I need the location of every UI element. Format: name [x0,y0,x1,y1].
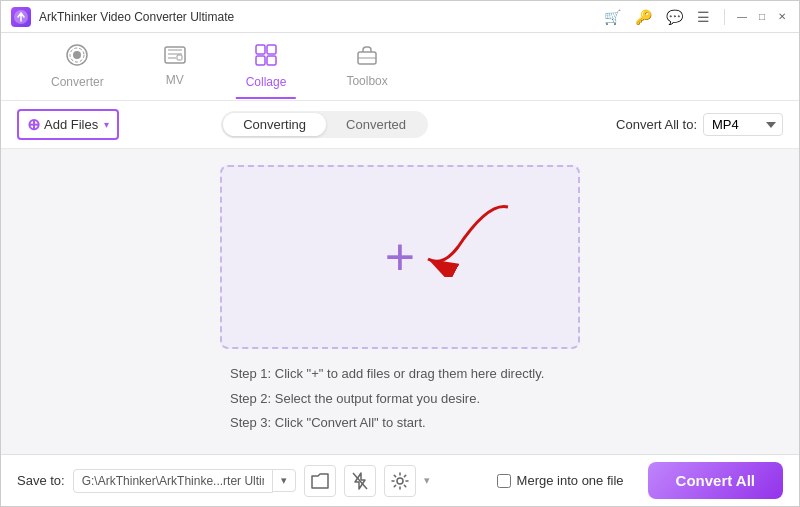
settings-icon-button[interactable] [384,465,416,497]
status-tab-converted[interactable]: Converted [326,113,426,136]
merge-label: Merge into one file [517,473,624,488]
status-tab-converting[interactable]: Converting [223,113,326,136]
toolbar: ⊕ Add Files ▾ Converting Converted Conve… [1,101,799,149]
add-files-label: Add Files [44,117,98,132]
convert-all-button[interactable]: Convert All [648,462,783,499]
svg-rect-9 [267,56,276,65]
folder-icon-button[interactable] [304,465,336,497]
chat-icon[interactable]: 💬 [662,7,687,27]
path-dropdown-button[interactable]: ▾ [272,469,296,492]
svg-point-14 [397,478,403,484]
mv-label: MV [166,73,184,87]
convert-all-to: Convert All to: MP4 MKV AVI MOV WMV [616,113,783,136]
step-1: Step 1: Click "+" to add files or drag t… [230,365,570,383]
svg-point-2 [73,51,81,59]
tab-converter[interactable]: Converter [21,34,134,99]
nav-tabs: Converter MV Collage [1,33,799,101]
mv-icon [164,46,186,69]
close-button[interactable]: ✕ [775,10,789,24]
converter-icon [66,44,88,71]
save-to-label: Save to: [17,473,65,488]
maximize-button[interactable]: □ [755,10,769,24]
converter-label: Converter [51,75,104,89]
add-files-button[interactable]: ⊕ Add Files ▾ [17,109,119,140]
path-group: ▾ [73,469,296,493]
step-2: Step 2: Select the output format you des… [230,390,570,408]
svg-rect-8 [256,56,265,65]
settings-dropdown-icon[interactable]: ▾ [424,474,430,487]
drop-zone[interactable]: + [220,165,580,349]
steps-container: Step 1: Click "+" to add files or drag t… [220,365,580,438]
cart-icon[interactable]: 🛒 [600,7,625,27]
convert-all-to-label: Convert All to: [616,117,697,132]
collage-icon [255,44,277,71]
svg-rect-7 [267,45,276,54]
status-tabs: Converting Converted [221,111,428,138]
titlebar-left: ArkThinker Video Converter Ultimate [11,7,234,27]
flash-off-icon-button[interactable] [344,465,376,497]
add-plus-icon: ⊕ [27,115,40,134]
add-files-dropdown-icon[interactable]: ▾ [104,119,109,130]
key-icon[interactable]: 🔑 [631,7,656,27]
merge-checkbox-input[interactable] [497,474,511,488]
separator [724,9,725,25]
titlebar: ArkThinker Video Converter Ultimate 🛒 🔑 … [1,1,799,33]
merge-checkbox: Merge into one file [497,473,624,488]
toolbox-label: Toolbox [346,74,387,88]
step-3: Step 3: Click "Convert All" to start. [230,414,570,432]
collage-label: Collage [246,75,287,89]
titlebar-controls: 🛒 🔑 💬 ☰ — □ ✕ [600,7,789,27]
arrow-container [408,197,518,281]
bottom-bar: Save to: ▾ ▾ Merge into one file Convert… [1,454,799,506]
svg-rect-5 [177,55,182,60]
tab-mv[interactable]: MV [134,36,216,97]
main-content: + Step 1: Click "+" to add files or drag… [1,149,799,454]
toolbox-icon [356,45,378,70]
save-path-input[interactable] [73,469,273,493]
app-title: ArkThinker Video Converter Ultimate [39,10,234,24]
menu-icon[interactable]: ☰ [693,7,714,27]
format-select[interactable]: MP4 MKV AVI MOV WMV [703,113,783,136]
app-icon [11,7,31,27]
tab-toolbox[interactable]: Toolbox [316,35,417,98]
minimize-button[interactable]: — [735,10,749,24]
svg-rect-6 [256,45,265,54]
tab-collage[interactable]: Collage [216,34,317,99]
